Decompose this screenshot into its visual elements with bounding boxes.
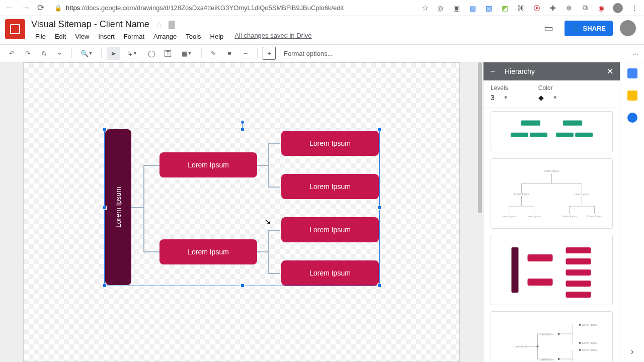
share-label: SHARE xyxy=(583,25,606,32)
svg-rect-1 xyxy=(563,120,582,125)
format-options-button[interactable]: Format options... xyxy=(279,50,333,57)
levels-label: Levels xyxy=(491,84,508,92)
resize-handle[interactable] xyxy=(240,127,245,131)
svg-point-24 xyxy=(579,324,581,326)
menu-format[interactable]: Format xyxy=(120,32,148,41)
star-button[interactable]: ☆ xyxy=(155,20,163,29)
menu-edit[interactable]: Edit xyxy=(51,32,70,41)
svg-text:Lorem Ipsum: Lorem Ipsum xyxy=(514,193,529,196)
template-thumbnail[interactable]: Lorem IpsumLorem IpsumLorem IpsumLorem I… xyxy=(491,311,613,362)
resize-handle[interactable] xyxy=(103,206,107,210)
resize-handle[interactable] xyxy=(103,127,107,131)
move-folder-button[interactable]: ▇ xyxy=(169,20,175,29)
ext-camera-icon[interactable]: ▣ xyxy=(452,4,461,13)
ext-image-icon[interactable]: ▧ xyxy=(484,4,493,13)
add-button[interactable]: + xyxy=(263,47,276,60)
template-thumbnail[interactable] xyxy=(491,111,613,152)
line-dash-button[interactable]: ┄ xyxy=(239,47,252,60)
chrome-menu-icon[interactable]: ⋮ xyxy=(630,4,639,13)
panel-back-button[interactable]: ← xyxy=(490,67,497,75)
line-weight-button[interactable]: ≡ xyxy=(223,47,236,60)
resize-handle[interactable] xyxy=(377,127,381,131)
textbox-tool[interactable]: 🅃 xyxy=(161,47,174,60)
forward-button[interactable]: → xyxy=(21,3,30,13)
resize-handle[interactable] xyxy=(240,284,245,288)
scrollbar-thumb[interactable] xyxy=(478,62,482,213)
ext-shield-icon[interactable]: ◎ xyxy=(436,4,445,13)
extensions-tray: ◎ ▣ ▤ ▧ ◩ ⌘ ⦿ ✚ ✲ ⧉ ◉ ⋮ xyxy=(436,3,639,13)
paint-format-button[interactable]: ⌁ xyxy=(53,47,66,60)
svg-text:Lorem Ipsum: Lorem Ipsum xyxy=(582,323,597,326)
back-button[interactable]: ← xyxy=(5,3,14,13)
rail-expand-button[interactable]: › xyxy=(631,346,634,357)
separator xyxy=(201,48,202,58)
template-thumbnail[interactable] xyxy=(491,235,613,305)
resize-handle[interactable] xyxy=(377,284,381,288)
address-bar[interactable]: 🔒 https://docs.google.com/drawings/d/128… xyxy=(51,4,415,12)
calendar-icon[interactable] xyxy=(627,68,637,78)
ext-gear-icon[interactable]: ✲ xyxy=(565,4,574,13)
panel-close-button[interactable]: ✕ xyxy=(606,66,614,77)
ext-code-icon[interactable]: ⌘ xyxy=(516,4,525,13)
separator xyxy=(257,48,258,58)
line-tool[interactable]: ↳ ▼ xyxy=(123,47,142,60)
scrollbar[interactable] xyxy=(476,62,483,362)
keep-icon[interactable] xyxy=(627,90,637,101)
tasks-icon[interactable] xyxy=(627,113,637,123)
template-list[interactable]: Lorem IpsumLorem IpsumLorem IpsumLorem I… xyxy=(484,108,620,362)
browser-chrome: ← → ⟳ 🔒 https://docs.google.com/drawings… xyxy=(0,0,644,16)
shape-tool[interactable]: ◯ xyxy=(145,47,158,60)
lock-icon: 🔒 xyxy=(54,5,62,12)
svg-rect-3 xyxy=(530,133,547,137)
reload-button[interactable]: ⟳ xyxy=(37,3,44,13)
undo-button[interactable]: ↶ xyxy=(5,47,18,60)
drawing-canvas[interactable]: Lorem Ipsum Lorem Ipsum Lorem Ipsum Lore… xyxy=(23,62,460,362)
svg-text:Lorem Ipsum: Lorem Ipsum xyxy=(527,215,541,218)
color-picker[interactable]: ◆ ▼ xyxy=(538,94,557,102)
menu-file[interactable]: File xyxy=(31,32,50,41)
ext-badge-icon[interactable]: ◉ xyxy=(597,4,606,13)
svg-rect-14 xyxy=(528,254,553,261)
resize-handle[interactable] xyxy=(377,206,381,210)
levels-dropdown[interactable]: 3 ▼ xyxy=(491,94,508,102)
profile-avatar-icon[interactable] xyxy=(613,3,623,13)
menu-insert[interactable]: Insert xyxy=(94,32,119,41)
chevron-down-icon: ▼ xyxy=(553,95,557,100)
apps-rail: › xyxy=(620,62,644,362)
svg-text:Lorem Ipsum: Lorem Ipsum xyxy=(544,169,559,172)
ext-plus-icon[interactable]: ✚ xyxy=(548,4,557,13)
selection-box[interactable] xyxy=(104,129,380,286)
account-avatar[interactable] xyxy=(620,20,636,36)
cursor-icon: ↘ xyxy=(264,217,271,226)
paint-bucket-icon: ◆ xyxy=(538,94,544,102)
document-title[interactable]: Visual Sitemap - Client Name xyxy=(31,19,149,30)
menu-help[interactable]: Help xyxy=(206,32,228,41)
svg-rect-4 xyxy=(556,133,574,137)
comments-button[interactable]: ▭ xyxy=(539,19,557,37)
rotate-handle[interactable] xyxy=(240,120,245,124)
save-status[interactable]: All changes saved in Drive xyxy=(234,32,311,41)
image-tool[interactable]: ▦ ▼ xyxy=(177,47,196,60)
zoom-dropdown[interactable]: 🔍 ▼ xyxy=(77,47,96,60)
menu-arrange[interactable]: Arrange xyxy=(149,32,181,41)
ext-crop-icon[interactable]: ◩ xyxy=(500,4,509,13)
svg-text:Lorem Ipsum: Lorem Ipsum xyxy=(562,215,577,218)
collapse-toolbar-button[interactable]: ︿ xyxy=(632,49,639,58)
star-icon[interactable]: ☆ xyxy=(422,3,429,13)
panel-header: ← Hierarchy ✕ xyxy=(484,62,620,80)
redo-button[interactable]: ↷ xyxy=(21,47,34,60)
template-thumbnail[interactable]: Lorem IpsumLorem IpsumLorem IpsumLorem I… xyxy=(491,158,613,229)
canvas-area[interactable]: Lorem Ipsum Lorem Ipsum Lorem Ipsum Lore… xyxy=(0,62,483,362)
menu-view[interactable]: View xyxy=(71,32,93,41)
select-tool[interactable]: ➤ xyxy=(107,47,120,60)
resize-handle[interactable] xyxy=(103,284,107,288)
share-button[interactable]: 👤 SHARE xyxy=(565,21,613,36)
svg-point-25 xyxy=(579,342,581,344)
drawings-app-icon[interactable] xyxy=(5,19,25,39)
menu-tools[interactable]: Tools xyxy=(182,32,205,41)
pen-color-button[interactable]: ✎ xyxy=(207,47,220,60)
ext-link-icon[interactable]: ⧉ xyxy=(581,4,590,13)
ext-box-icon[interactable]: ▤ xyxy=(468,4,477,13)
print-button[interactable]: ⎙ xyxy=(37,47,50,60)
ext-pin-icon[interactable]: ⦿ xyxy=(532,4,541,13)
